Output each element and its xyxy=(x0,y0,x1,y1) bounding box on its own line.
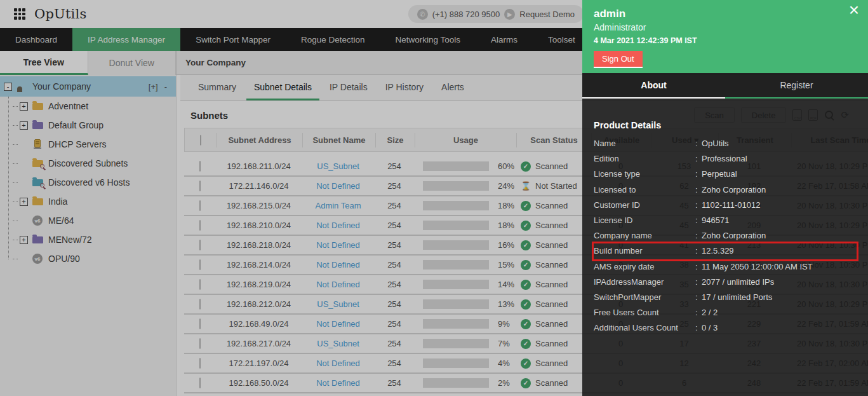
detail-separator: : xyxy=(695,151,702,167)
detail-value: OpUtils xyxy=(702,136,729,151)
detail-separator: : xyxy=(695,213,702,228)
product-details-title: Product Details xyxy=(594,120,857,130)
product-detail-license-type: License type : Perpetual xyxy=(594,167,857,182)
about-register-tabs: AboutRegister xyxy=(582,73,868,99)
detail-label: Edition xyxy=(594,151,695,167)
product-detail-switchportmapper: SwitchPortMapper : 17 / unlimited Ports xyxy=(594,290,857,305)
detail-value: Zoho Corporation xyxy=(702,228,766,243)
close-icon[interactable]: × xyxy=(849,1,859,19)
detail-separator: : xyxy=(695,305,702,320)
username: admin xyxy=(594,8,857,20)
detail-separator: : xyxy=(695,228,702,243)
panel-tab-about[interactable]: About xyxy=(582,73,725,97)
detail-value: 1102-111-01012 xyxy=(702,198,761,213)
detail-value: 0 / 3 xyxy=(702,320,718,336)
user-info-header: admin Administrator 4 Mar 2021 12:42:39 … xyxy=(582,0,868,73)
detail-separator: : xyxy=(695,320,702,336)
product-detail-name: Name : OpUtils xyxy=(594,136,857,151)
panel-tab-register[interactable]: Register xyxy=(725,73,868,97)
detail-label: IPAddressManager xyxy=(594,275,695,290)
detail-label: Additional Users Count xyxy=(594,320,695,336)
detail-separator: : xyxy=(695,182,702,198)
product-detail-company-name: Company name : Zoho Corporation xyxy=(594,228,857,243)
detail-label: SwitchPortMapper xyxy=(594,290,695,305)
product-detail-ams-expiry-date: AMS expiry date : 11 May 2050 12:00:00 A… xyxy=(594,259,857,275)
detail-separator: : xyxy=(695,259,702,275)
detail-separator: : xyxy=(695,290,702,305)
detail-value: 17 / unlimited Ports xyxy=(702,290,772,305)
detail-separator: : xyxy=(695,198,702,213)
product-detail-customer-id: Customer ID : 1102-111-01012 xyxy=(594,198,857,213)
oputils-app: OpUtils ✆ (+1) 888 720 9500 ▶ Request De… xyxy=(0,0,868,396)
detail-label: Build number xyxy=(594,243,695,259)
detail-value: 946571 xyxy=(702,213,729,228)
detail-label: Name xyxy=(594,136,695,151)
detail-label: License type xyxy=(594,167,695,182)
detail-separator: : xyxy=(695,136,702,151)
product-detail-ipaddressmanager: IPAddressManager : 2077 / unlimited IPs xyxy=(594,275,857,290)
product-detail-license-id: License ID : 946571 xyxy=(594,213,857,228)
detail-value: Professional xyxy=(702,151,747,167)
user-role: Administrator xyxy=(594,22,857,32)
login-timestamp: 4 Mar 2021 12:42:39 PM IST xyxy=(594,36,857,45)
product-details-section: Product Details Name : OpUtils Edition :… xyxy=(582,99,868,336)
detail-value: 2077 / unlimited IPs xyxy=(702,275,774,290)
detail-separator: : xyxy=(695,243,702,259)
detail-separator: : xyxy=(695,167,702,182)
detail-value: 12.5.329 xyxy=(702,243,734,259)
detail-value: Zoho Corporation xyxy=(702,182,766,198)
detail-separator: : xyxy=(695,275,702,290)
detail-label: Free Users Count xyxy=(594,305,695,320)
detail-value: 11 May 2050 12:00:00 AM IST xyxy=(702,259,813,275)
user-about-panel: admin Administrator 4 Mar 2021 12:42:39 … xyxy=(582,0,868,396)
detail-label: Company name xyxy=(594,228,695,243)
sign-out-button[interactable]: Sign Out xyxy=(594,51,643,67)
detail-label: AMS expiry date xyxy=(594,259,695,275)
detail-label: Customer ID xyxy=(594,198,695,213)
product-detail-edition: Edition : Professional xyxy=(594,151,857,167)
product-detail-build-number: Build number : 12.5.329 xyxy=(594,243,857,259)
product-detail-additional-users-count: Additional Users Count : 0 / 3 xyxy=(594,320,857,336)
product-detail-free-users-count: Free Users Count : 2 / 2 xyxy=(594,305,857,320)
detail-label: License ID xyxy=(594,213,695,228)
detail-value: 2 / 2 xyxy=(702,305,718,320)
product-detail-licensed-to: Licensed to : Zoho Corporation xyxy=(594,182,857,198)
detail-value: Perpetual xyxy=(702,167,737,182)
detail-label: Licensed to xyxy=(594,182,695,198)
